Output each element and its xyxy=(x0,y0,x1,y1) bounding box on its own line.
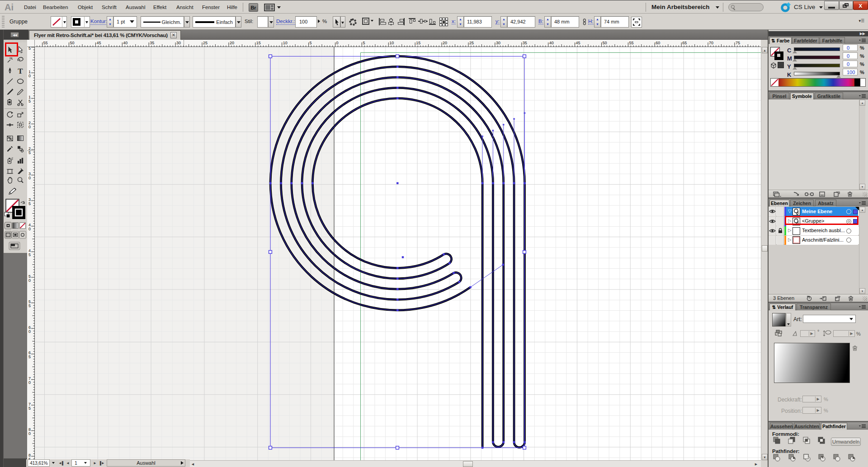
svg-text:0: 0 xyxy=(28,74,31,78)
svg-text:0: 0 xyxy=(28,431,31,436)
svg-text:0: 0 xyxy=(336,41,339,45)
svg-text:45: 45 xyxy=(576,41,580,45)
svg-text:0: 0 xyxy=(28,329,31,334)
svg-text:0: 0 xyxy=(28,380,31,385)
svg-text:65: 65 xyxy=(682,41,687,45)
svg-text:T: T xyxy=(18,67,23,75)
svg-text:50: 50 xyxy=(603,41,607,45)
svg-text:5: 5 xyxy=(363,41,365,45)
svg-text:20: 20 xyxy=(230,41,234,45)
svg-text:5: 5 xyxy=(28,47,31,51)
svg-text:10: 10 xyxy=(283,41,288,45)
svg-text:30: 30 xyxy=(496,41,500,45)
svg-text:5: 5 xyxy=(28,252,31,257)
svg-text:5: 5 xyxy=(28,406,31,411)
svg-text:5: 5 xyxy=(28,99,31,103)
svg-text:70: 70 xyxy=(709,41,713,45)
svg-text:0: 0 xyxy=(28,176,31,180)
svg-text:35: 35 xyxy=(150,41,154,45)
svg-text:40: 40 xyxy=(123,41,127,45)
svg-text:50: 50 xyxy=(70,41,75,45)
svg-text:0: 0 xyxy=(28,125,31,129)
svg-text:40: 40 xyxy=(549,41,554,45)
svg-text:25: 25 xyxy=(469,41,474,45)
svg-text:5: 5 xyxy=(310,41,312,45)
svg-text:0: 0 xyxy=(28,278,31,283)
svg-text:45: 45 xyxy=(96,41,101,45)
svg-text:15: 15 xyxy=(256,41,261,45)
svg-text:25: 25 xyxy=(203,41,208,45)
svg-text:55: 55 xyxy=(629,41,633,45)
svg-text:35: 35 xyxy=(523,41,527,45)
svg-text:15: 15 xyxy=(416,41,420,45)
svg-text:0: 0 xyxy=(28,227,31,231)
svg-text:20: 20 xyxy=(443,41,447,45)
svg-text:75: 75 xyxy=(736,41,740,45)
svg-text:60: 60 xyxy=(656,41,660,45)
svg-text:55: 55 xyxy=(43,41,48,45)
svg-text:5: 5 xyxy=(28,304,31,308)
svg-text:5: 5 xyxy=(28,355,31,359)
svg-text:30: 30 xyxy=(176,41,181,45)
svg-text:5: 5 xyxy=(28,201,31,206)
svg-text:10: 10 xyxy=(389,41,394,45)
svg-text:5: 5 xyxy=(28,150,31,155)
